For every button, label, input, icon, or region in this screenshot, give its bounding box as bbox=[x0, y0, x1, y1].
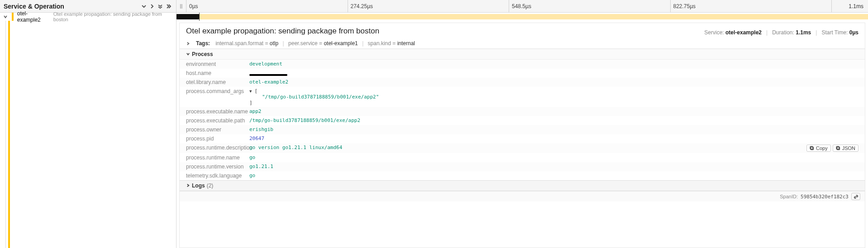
process-section-header[interactable]: Process bbox=[180, 49, 865, 60]
tag-kv: internal.span.format = otlp bbox=[215, 40, 278, 47]
process-value: development bbox=[249, 61, 282, 67]
meta-service-value: otel-example2 bbox=[725, 29, 762, 36]
svg-rect-1 bbox=[181, 4, 182, 9]
redacted-value bbox=[249, 74, 287, 76]
process-row: process.command_args▼["/tmp/go-build3787… bbox=[180, 87, 865, 107]
process-key: process.owner bbox=[186, 126, 249, 133]
process-key: otel.library.name bbox=[186, 79, 249, 85]
process-section-label: Process bbox=[192, 51, 213, 57]
tree-gutter bbox=[0, 21, 176, 248]
json-button[interactable]: JSON bbox=[833, 145, 858, 152]
process-value: app2 bbox=[249, 108, 262, 114]
meta-sep-1: | bbox=[766, 29, 768, 36]
collapse-children-icon[interactable] bbox=[156, 2, 164, 10]
detail-title: Otel example propagation: sending packag… bbox=[186, 27, 704, 36]
process-row: process.runtime.descriptiongo version go… bbox=[180, 143, 865, 153]
process-key: process.runtime.description bbox=[186, 145, 249, 151]
process-key: process.runtime.name bbox=[186, 154, 249, 161]
span-service-color bbox=[12, 13, 14, 21]
collapse-all-icon[interactable] bbox=[140, 2, 148, 10]
detail-footer: SpanID: 59854b320ef182c3 bbox=[180, 191, 865, 201]
expand-next-icon[interactable] bbox=[148, 2, 156, 10]
timeline-drag-handle[interactable] bbox=[176, 0, 186, 12]
process-value: go version go1.21.1 linux/amd64 bbox=[249, 145, 342, 150]
tag-kv: peer.service = otel-example1 bbox=[288, 40, 358, 47]
time-tick-3-label: 822.75µs bbox=[673, 3, 696, 9]
meta-duration-value: 1.1ms bbox=[796, 29, 811, 36]
logs-caret-icon[interactable] bbox=[186, 182, 190, 189]
svg-rect-0 bbox=[180, 4, 181, 9]
process-row: process.runtime.versiongo1.21.1 bbox=[180, 162, 865, 171]
process-key: process.runtime.version bbox=[186, 164, 249, 170]
tags-row[interactable]: Tags: internal.span.format = otlp | peer… bbox=[180, 38, 865, 49]
detail-title-row: Otel example propagation: sending packag… bbox=[180, 23, 865, 38]
process-key: process.command_args bbox=[186, 88, 249, 94]
header-row: Service & Operation 0µs 274.25µs 548.5µs… bbox=[0, 0, 868, 13]
process-value: go bbox=[249, 154, 255, 160]
process-row: process.executable.path/tmp/go-build3787… bbox=[180, 116, 865, 125]
process-row: environmentdevelopment bbox=[180, 60, 865, 69]
spanid-value: 59854b320ef182c3 bbox=[801, 194, 849, 200]
detail-area: Otel example propagation: sending packag… bbox=[0, 21, 868, 248]
process-key: telemetry.sdk.language bbox=[186, 173, 249, 179]
tree-connector-line bbox=[5, 21, 6, 248]
meta-sep-2: | bbox=[816, 29, 817, 36]
time-tick-3: 822.75µs bbox=[671, 0, 832, 12]
meta-start-value: 0µs bbox=[849, 29, 858, 36]
process-value: otel-example2 bbox=[249, 79, 288, 85]
process-row: process.runtime.namego bbox=[180, 153, 865, 162]
time-tick-2-label: 548.5µs bbox=[512, 3, 531, 9]
process-key: host.name bbox=[186, 70, 249, 76]
process-row: process.executable.nameapp2 bbox=[180, 107, 865, 116]
time-tick-0: 0µs bbox=[186, 0, 348, 12]
time-total-label: 1.1ms bbox=[849, 3, 863, 9]
detail-meta: Service: otel-example2 | Duration: 1.1ms… bbox=[704, 29, 858, 36]
process-row: process.ownererishgib bbox=[180, 125, 865, 134]
process-key: process.executable.path bbox=[186, 117, 249, 124]
process-value bbox=[249, 70, 287, 76]
process-row: telemetry.sdk.languagego bbox=[180, 171, 865, 180]
time-tick-1: 274.25µs bbox=[348, 0, 510, 12]
process-caret-icon[interactable] bbox=[186, 51, 190, 57]
process-row: host.name bbox=[180, 69, 865, 78]
expand-all-icon[interactable] bbox=[164, 2, 172, 10]
process-value: go bbox=[249, 173, 255, 178]
logs-label: Logs bbox=[192, 182, 205, 189]
span-timeline[interactable] bbox=[176, 13, 868, 21]
span-end-marker bbox=[199, 13, 200, 21]
spanid-label: SpanID: bbox=[780, 194, 798, 199]
logs-section-header[interactable]: Logs (2) bbox=[180, 180, 865, 191]
process-key: process.pid bbox=[186, 136, 249, 142]
process-value: ▼["/tmp/go-build3787188859/b001/exe/app2… bbox=[249, 88, 379, 106]
process-key: environment bbox=[186, 61, 249, 67]
tree-service-color-line bbox=[8, 21, 10, 248]
process-row: otel.library.nameotel-example2 bbox=[180, 78, 865, 87]
tags-items: internal.span.format = otlp | peer.servi… bbox=[215, 40, 415, 47]
deep-link-button[interactable] bbox=[851, 193, 860, 200]
copy-button[interactable]: Copy bbox=[806, 145, 831, 152]
span-row-label[interactable]: otel-example2 Otel example propagation: … bbox=[0, 13, 176, 21]
tags-label: Tags: bbox=[196, 40, 210, 47]
span-row[interactable]: otel-example2 Otel example propagation: … bbox=[0, 13, 868, 21]
span-timeline-bg bbox=[176, 14, 868, 19]
span-row-caret-icon[interactable] bbox=[3, 14, 8, 19]
span-detail-panel: Otel example propagation: sending packag… bbox=[176, 21, 868, 248]
tree-header-title: Service & Operation bbox=[4, 3, 140, 10]
process-value: erishgib bbox=[249, 126, 273, 132]
tag-kv: span.kind = internal bbox=[368, 40, 415, 47]
time-tick-1-label: 274.25µs bbox=[351, 3, 373, 9]
process-row: process.pid20647 bbox=[180, 134, 865, 143]
process-table: environmentdevelopmenthost.nameotel.libr… bbox=[180, 60, 865, 180]
process-value: /tmp/go-build3787188859/b001/exe/app2 bbox=[249, 117, 360, 123]
time-tick-0-label: 0µs bbox=[189, 3, 198, 9]
tags-caret-icon[interactable] bbox=[186, 42, 191, 46]
time-axis: 0µs 274.25µs 548.5µs 822.75µs 1.1ms bbox=[176, 0, 868, 12]
process-value: go1.21.1 bbox=[249, 164, 273, 169]
meta-start-label: Start Time: bbox=[821, 29, 848, 36]
process-row-actions: CopyJSON bbox=[806, 145, 858, 152]
meta-duration-label: Duration: bbox=[772, 29, 794, 36]
process-value: 20647 bbox=[249, 136, 264, 141]
meta-service-label: Service: bbox=[704, 29, 724, 36]
time-total: 1.1ms bbox=[832, 0, 868, 12]
process-key: process.executable.name bbox=[186, 108, 249, 115]
